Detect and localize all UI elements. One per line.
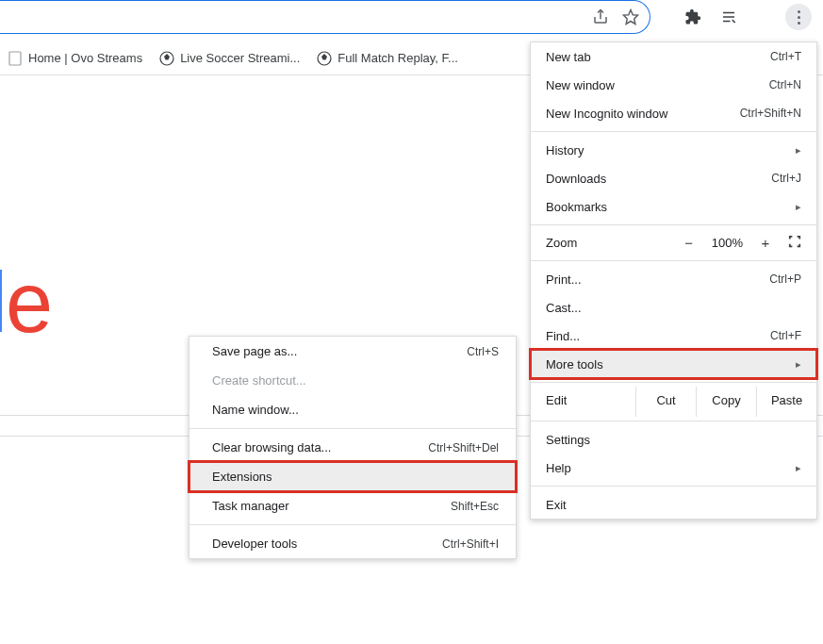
menu-separator xyxy=(189,524,516,525)
submenu-dev-tools[interactable]: Developer tools Ctrl+Shift+I xyxy=(189,529,516,558)
soccer-icon xyxy=(159,51,174,66)
menu-shortcut: Ctrl+F xyxy=(770,329,801,342)
bookmark-label: Live Soccer Streami... xyxy=(180,51,300,65)
menu-shortcut: Ctrl+T xyxy=(770,50,801,63)
extensions-puzzle-icon[interactable] xyxy=(683,8,702,26)
menu-separator xyxy=(531,260,816,261)
menu-label: Cast... xyxy=(546,301,801,315)
menu-label: Task manager xyxy=(212,499,451,513)
google-logo-fragment: gle xyxy=(0,255,51,352)
omnibox[interactable] xyxy=(0,0,650,34)
menu-downloads[interactable]: Downloads Ctrl+J xyxy=(531,164,816,192)
menu-label: New tab xyxy=(546,50,770,64)
menu-label: Find... xyxy=(546,329,770,343)
menu-shortcut: Ctrl+Shift+N xyxy=(740,107,801,120)
menu-separator xyxy=(531,486,816,487)
menu-label: Help xyxy=(546,461,788,475)
menu-label: Save page as... xyxy=(212,344,467,358)
menu-shortcut: Ctrl+Shift+I xyxy=(442,537,499,551)
menu-label: More tools xyxy=(546,357,788,372)
page-icon xyxy=(8,51,23,66)
menu-label: Clear browsing data... xyxy=(212,440,428,454)
menu-shortcut: Ctrl+S xyxy=(467,345,499,358)
bookmark-item[interactable]: Live Soccer Streami... xyxy=(159,51,300,66)
menu-label: Print... xyxy=(546,272,769,287)
menu-label: Name window... xyxy=(212,403,499,417)
menu-shortcut: Ctrl+J xyxy=(771,172,801,185)
svg-rect-4 xyxy=(9,52,21,65)
edit-paste-button[interactable]: Paste xyxy=(756,387,816,417)
menu-label: Bookmarks xyxy=(546,200,788,214)
menu-separator xyxy=(531,382,816,383)
svg-marker-0 xyxy=(624,10,638,25)
fullscreen-icon[interactable] xyxy=(788,235,801,251)
menu-button[interactable] xyxy=(785,4,812,30)
bookmark-label: Home | Ovo Streams xyxy=(28,51,142,65)
menu-label: Downloads xyxy=(546,172,771,186)
submenu-clear-data[interactable]: Clear browsing data... Ctrl+Shift+Del xyxy=(189,433,516,462)
menu-bookmarks[interactable]: Bookmarks xyxy=(531,192,816,221)
menu-shortcut: Ctrl+N xyxy=(769,78,801,91)
menu-label: New Incognito window xyxy=(546,107,740,121)
menu-zoom-row: Zoom − 100% + xyxy=(531,229,816,256)
edit-cut-button[interactable]: Cut xyxy=(635,387,696,417)
menu-help[interactable]: Help xyxy=(531,454,816,482)
menu-shortcut: Ctrl+P xyxy=(769,272,801,286)
submenu-task-manager[interactable]: Task manager Shift+Esc xyxy=(189,491,516,520)
menu-shortcut: Shift+Esc xyxy=(451,500,499,513)
bookmark-item[interactable]: Home | Ovo Streams xyxy=(8,51,142,66)
reading-list-icon[interactable] xyxy=(719,8,738,26)
menu-separator xyxy=(189,428,516,429)
more-tools-submenu: Save page as... Ctrl+S Create shortcut..… xyxy=(189,336,517,559)
bookmark-label: Full Match Replay, F... xyxy=(337,51,458,65)
menu-separator xyxy=(531,131,816,132)
menu-new-window[interactable]: New window Ctrl+N xyxy=(531,71,816,99)
soccer-icon xyxy=(317,51,332,66)
menu-separator xyxy=(531,421,816,421)
zoom-in-button[interactable]: + xyxy=(760,235,771,251)
menu-find[interactable]: Find... Ctrl+F xyxy=(531,322,816,350)
menu-print[interactable]: Print... Ctrl+P xyxy=(531,265,816,293)
submenu-extensions[interactable]: Extensions xyxy=(189,462,516,491)
menu-edit-row: Edit Cut Copy Paste xyxy=(531,387,816,417)
menu-label: Settings xyxy=(546,433,801,447)
menu-settings[interactable]: Settings xyxy=(531,425,816,454)
edit-copy-button[interactable]: Copy xyxy=(696,387,756,417)
share-icon[interactable] xyxy=(591,8,610,26)
submenu-save-page[interactable]: Save page as... Ctrl+S xyxy=(189,337,516,366)
menu-exit[interactable]: Exit xyxy=(531,490,816,519)
menu-new-incognito[interactable]: New Incognito window Ctrl+Shift+N xyxy=(531,99,816,127)
chrome-main-menu: New tab Ctrl+T New window Ctrl+N New Inc… xyxy=(530,41,817,520)
zoom-out-button[interactable]: − xyxy=(683,235,695,251)
edit-label: Edit xyxy=(531,387,635,417)
menu-shortcut: Ctrl+Shift+Del xyxy=(428,441,499,454)
menu-cast[interactable]: Cast... xyxy=(531,293,816,322)
menu-label: Developer tools xyxy=(212,537,442,551)
menu-label: New window xyxy=(546,78,769,92)
submenu-create-shortcut: Create shortcut... xyxy=(189,366,516,395)
menu-label: History xyxy=(546,143,788,157)
menu-separator xyxy=(531,224,816,225)
menu-more-tools[interactable]: More tools xyxy=(531,350,816,378)
zoom-label: Zoom xyxy=(546,236,683,250)
submenu-name-window[interactable]: Name window... xyxy=(189,395,516,424)
menu-label: Create shortcut... xyxy=(212,373,499,388)
menu-label: Exit xyxy=(546,498,801,512)
star-icon[interactable] xyxy=(621,8,640,26)
zoom-value: 100% xyxy=(712,236,743,250)
menu-label: Extensions xyxy=(212,470,499,484)
menu-history[interactable]: History xyxy=(531,136,816,164)
menu-new-tab[interactable]: New tab Ctrl+T xyxy=(531,42,816,71)
bookmark-item[interactable]: Full Match Replay, F... xyxy=(317,51,458,66)
